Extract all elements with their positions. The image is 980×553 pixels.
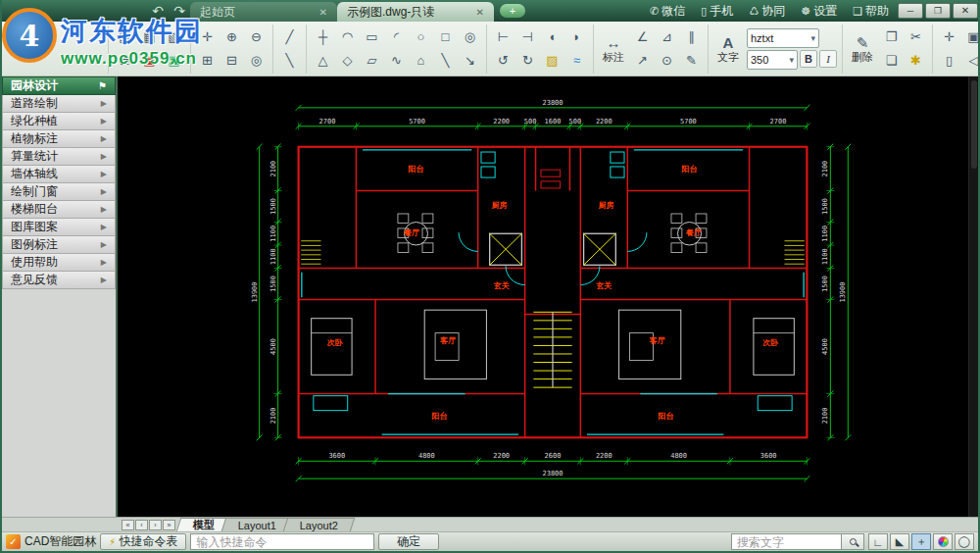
parallelogram-button[interactable]: ▱	[361, 49, 383, 72]
sheet-nav-3[interactable]: »	[163, 520, 175, 530]
rectangle-button[interactable]: □	[434, 25, 457, 48]
pin-icon[interactable]: ⚑	[98, 80, 107, 91]
arc-3pt-button[interactable]: ◜	[385, 25, 408, 48]
scale-button[interactable]: ▣	[962, 25, 980, 48]
search-button[interactable]	[841, 533, 864, 550]
sidebar-item-4[interactable]: 算量统计▶	[2, 148, 116, 166]
minimize-button[interactable]: ─	[898, 3, 923, 19]
format-brush-button[interactable]: ✱	[905, 49, 927, 72]
vertical-scrollbar[interactable]	[968, 76, 978, 517]
bold-button[interactable]: B	[800, 50, 817, 68]
nav-forward-icon[interactable]: ↷	[169, 2, 190, 20]
font-select[interactable]: hztxt▾	[747, 28, 819, 48]
crosshair-button[interactable]: ＋	[911, 533, 931, 550]
polyline-button[interactable]: ╲	[278, 49, 301, 72]
spline-button[interactable]: ∿	[385, 49, 408, 72]
ellipse-mode-button[interactable]: ◯	[955, 533, 974, 550]
close-button[interactable]: ✕	[953, 3, 978, 19]
dim-angular-button[interactable]: ∠	[631, 25, 654, 48]
cut-button[interactable]: ✂	[905, 25, 927, 48]
tab-drawing[interactable]: 示例图.dwg-只读 ✕	[337, 2, 494, 22]
revision-cloud-button[interactable]: ◎	[459, 25, 481, 48]
chamfer-button[interactable]: ◗	[565, 25, 588, 48]
ucs-button[interactable]: ∟	[868, 533, 888, 550]
dim-linear-button[interactable]: ↔标注	[599, 34, 628, 64]
text-tool-button[interactable]: A 文字	[713, 34, 743, 64]
command-input[interactable]	[190, 533, 374, 550]
paste-button[interactable]: ❏	[880, 49, 903, 72]
zoom-previous-button[interactable]: ◎	[245, 49, 268, 72]
offset-button[interactable]: ▯	[938, 49, 960, 72]
sidebar-item-11[interactable]: 意见反馈▶	[2, 272, 116, 289]
quick-command-table-button[interactable]: ⚡ 快捷命令表	[100, 533, 186, 550]
titlebar-menu-help[interactable]: ❑帮助	[846, 3, 896, 20]
rotate-left-button[interactable]: ↺	[492, 49, 514, 72]
sheet-nav-1[interactable]: ‹	[135, 520, 148, 530]
arrow-line-button[interactable]: ↘	[459, 49, 481, 72]
sheet-nav-0[interactable]: «	[122, 520, 134, 530]
point-button[interactable]: ┼	[312, 25, 334, 48]
export-pdf-button[interactable]: ▣	[138, 49, 161, 72]
color-wheel-button[interactable]	[933, 533, 953, 550]
save-button[interactable]: ▦	[138, 25, 161, 48]
export-image-button[interactable]: ▣	[163, 49, 185, 72]
dim-continue-button[interactable]: ∥	[680, 25, 703, 48]
ellipse-button[interactable]: ▭	[361, 25, 383, 48]
pan-button[interactable]: ✛	[196, 25, 219, 48]
dim-leader-button[interactable]: ↗	[631, 49, 654, 72]
print-button[interactable]: ≣	[114, 49, 136, 72]
sidebar-item-6[interactable]: 绘制门窗▶	[2, 183, 116, 201]
sidebar-item-7[interactable]: 楼梯阳台▶	[2, 201, 116, 219]
line-button[interactable]: ╱	[278, 25, 301, 48]
arc-button[interactable]: ◠	[336, 25, 359, 48]
fillet-button[interactable]: ◖	[541, 25, 564, 48]
dim-edit-button[interactable]: ✎	[680, 49, 703, 72]
floor-plan-svg[interactable]: 2380027005700220050016005002200570027003…	[118, 76, 978, 517]
tab-close-icon[interactable]: ✕	[319, 7, 327, 18]
tab-start-page[interactable]: 起始页 ✕	[190, 2, 337, 22]
match-properties-button[interactable]: ≈	[565, 49, 588, 72]
save-as-button[interactable]: ▧	[163, 25, 185, 48]
search-input[interactable]	[731, 533, 841, 550]
dim-radius-button[interactable]: ⊙	[656, 49, 678, 72]
open-button[interactable]: ▤	[114, 25, 136, 48]
sheet-tab-layout2[interactable]: Layout2	[283, 518, 356, 531]
dim-aligned-button[interactable]: ⊿	[656, 25, 678, 48]
polygon-button[interactable]: ◇	[336, 49, 359, 72]
new-tab-button[interactable]: +	[500, 4, 525, 18]
trapezoid-button[interactable]: ⌂	[410, 49, 432, 72]
circle-button[interactable]: ○	[410, 25, 432, 48]
sidebar-item-9[interactable]: 图例标注▶	[2, 236, 116, 254]
titlebar-menu-settings[interactable]: ☸设置	[794, 3, 844, 20]
erase-button[interactable]: ✎删除	[848, 34, 877, 64]
break-button[interactable]: ⊢	[492, 25, 514, 48]
zoom-out-button[interactable]: ⊖	[245, 25, 268, 48]
triangle-button[interactable]: △	[312, 49, 334, 72]
trim-button[interactable]: ⊣	[516, 25, 539, 48]
titlebar-menu-phone[interactable]: ▯手机	[694, 3, 740, 20]
italic-button[interactable]: I	[819, 50, 837, 68]
drawing-canvas[interactable]: 2380027005700220050016005002200570027003…	[118, 76, 978, 517]
titlebar-menu-collaborate[interactable]: ♺协同	[742, 3, 792, 20]
tab-close-icon[interactable]: ✕	[476, 7, 484, 18]
sidebar-item-5[interactable]: 墙体轴线▶	[2, 166, 116, 183]
stretch-button[interactable]: ◁	[962, 49, 980, 72]
sheet-nav-2[interactable]: ›	[149, 520, 162, 530]
sidebar-item-1[interactable]: 道路绘制▶	[2, 95, 116, 113]
scrollbar-thumb[interactable]	[971, 80, 977, 169]
zoom-window-button[interactable]: ⊞	[196, 49, 219, 72]
sidebar-item-8[interactable]: 图库图案▶	[2, 219, 116, 236]
sidebar-item-2[interactable]: 绿化种植▶	[2, 113, 116, 130]
font-size-select[interactable]: 350▾	[747, 50, 798, 70]
move-button[interactable]: ✛	[938, 25, 960, 48]
sidebar-item-10[interactable]: 使用帮助▶	[2, 254, 116, 272]
maximize-button[interactable]: ❐	[925, 3, 951, 19]
zoom-extents-button[interactable]: ⊟	[220, 49, 243, 72]
ray-button[interactable]: ╲	[434, 49, 457, 72]
sidebar-header[interactable]: 园林设计 ⚑	[2, 76, 116, 95]
nav-back-icon[interactable]: ↶	[147, 2, 169, 20]
zoom-in-button[interactable]: ⊕	[220, 25, 243, 48]
titlebar-menu-wechat[interactable]: ✆微信	[643, 3, 692, 20]
copy-button[interactable]: ❐	[880, 25, 903, 48]
confirm-button[interactable]: 确定	[378, 533, 439, 550]
